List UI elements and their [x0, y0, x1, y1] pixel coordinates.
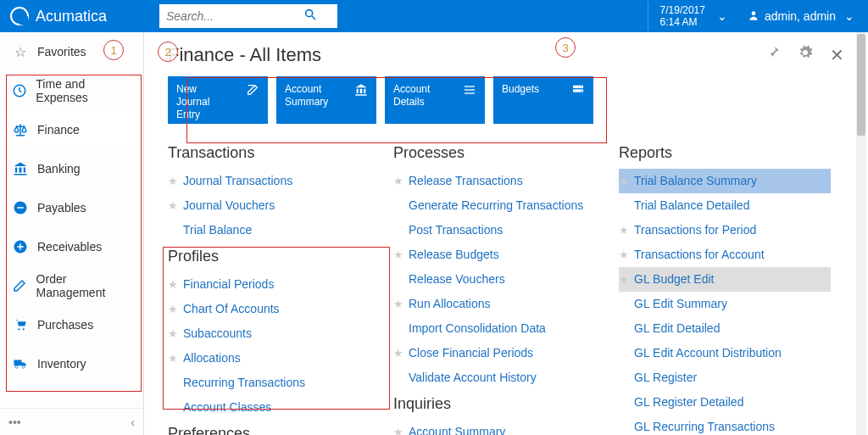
link-item[interactable]: ★Trial Balance Summary [619, 169, 831, 193]
brand-label: Acumatica [36, 8, 107, 25]
link-item[interactable]: ☆Import Consolidation Data [393, 316, 588, 341]
scrollbar[interactable] [856, 32, 866, 435]
star-icon[interactable]: ★ [168, 301, 181, 318]
sidebar-item-label: Receivables [37, 240, 102, 254]
plus-circle-icon [10, 239, 31, 254]
bank-icon [354, 83, 368, 117]
page-title: Finance - All Items [168, 44, 321, 66]
sidebar-item-label: Inventory [37, 357, 86, 371]
link-label: Release Budgets [409, 246, 499, 264]
link-item[interactable]: ★Release Transactions [393, 169, 588, 193]
link-item[interactable]: ★Transactions for Period [619, 218, 831, 243]
star-icon[interactable]: ★ [619, 247, 632, 264]
link-label: Journal Vouchers [183, 197, 275, 215]
sidebar-item-banking[interactable]: Banking [0, 149, 143, 188]
star-icon[interactable]: ★ [168, 350, 181, 367]
gear-icon[interactable] [798, 45, 813, 65]
star-icon[interactable]: ★ [168, 173, 181, 190]
section-processes: Processes [393, 144, 588, 162]
link-label: Close Financial Periods [409, 344, 533, 362]
link-item[interactable]: ★Financial Periods [168, 272, 363, 297]
tile-account-summary[interactable]: Account Summary [276, 76, 376, 124]
search-icon[interactable] [303, 8, 317, 25]
server-icon [571, 83, 585, 117]
link-label: Validate Account History [409, 369, 537, 387]
svg-rect-8 [19, 243, 21, 250]
brand[interactable]: Acumatica [0, 7, 144, 25]
sidebar-item-favorites[interactable]: ☆ Favorites [0, 32, 143, 71]
link-label: Transactions for Account [634, 246, 765, 264]
svg-rect-5 [17, 207, 24, 209]
link-label: GL Recurring Transactions [634, 418, 775, 435]
link-item[interactable]: ★Chart Of Accounts [168, 297, 363, 321]
sidebar-item-payables[interactable]: Payables [0, 188, 143, 227]
star-icon[interactable]: ★ [168, 276, 181, 293]
search-box[interactable] [159, 4, 337, 28]
link-label: Release Vouchers [409, 270, 505, 288]
sidebar-item-inventory[interactable]: Inventory [0, 344, 143, 383]
sidebar-item-label: Payables [37, 201, 86, 215]
link-label: Financial Periods [183, 276, 274, 293]
star-icon[interactable]: ★ [619, 222, 632, 239]
link-item[interactable]: ☆GL Edit Summary [619, 292, 831, 316]
star-icon[interactable]: ★ [393, 296, 407, 313]
link-item[interactable]: ☆Trial Balance Detailed [619, 193, 831, 218]
section-inquiries: Inquiries [393, 395, 588, 413]
svg-point-18 [581, 86, 581, 87]
link-item[interactable]: ☆GL Register Detailed [619, 390, 831, 415]
link-item[interactable]: ☆Post Transactions [393, 218, 588, 243]
link-item[interactable]: ☆Account Classes [168, 395, 363, 420]
link-item[interactable]: ★Subaccounts [168, 321, 363, 346]
sidebar-item-order-mgmt[interactable]: Order Management [0, 266, 143, 305]
scrollbar-thumb[interactable] [857, 34, 865, 136]
user-menu[interactable]: admin, admin ⌄ [739, 9, 868, 24]
star-icon[interactable]: ★ [168, 198, 181, 215]
edit-icon [10, 278, 30, 293]
link-item[interactable]: ★Journal Vouchers [168, 193, 363, 218]
link-item[interactable]: ★Account Summary [393, 420, 588, 435]
star-icon[interactable]: ★ [393, 424, 407, 435]
svg-point-2 [752, 11, 756, 15]
link-item[interactable]: ★GL Budget Edit [619, 267, 831, 292]
pin-icon[interactable] [767, 45, 781, 65]
link-item[interactable]: ☆Release Vouchers [393, 267, 588, 292]
business-date[interactable]: 7/19/2017 6:14 AM ⌄ [648, 2, 739, 31]
cart-icon [10, 317, 31, 332]
section-transactions: Transactions [168, 144, 363, 162]
sidebar-item-time-expenses[interactable]: Time and Expenses [0, 71, 143, 110]
link-item[interactable]: ★Release Budgets [393, 243, 588, 267]
sidebar-item-receivables[interactable]: Receivables [0, 227, 143, 266]
star-icon[interactable]: ★ [619, 271, 632, 288]
tile-account-details[interactable]: Account Details [385, 76, 485, 124]
link-label: Generate Recurring Transactions [409, 197, 583, 215]
svg-rect-14 [465, 89, 475, 90]
link-label: Import Consolidation Data [409, 320, 546, 337]
link-item[interactable]: ☆GL Edit Account Distribution [619, 341, 831, 365]
collapse-icon[interactable]: ‹ [131, 415, 135, 429]
more-icon[interactable]: ••• [8, 415, 21, 429]
link-item[interactable]: ☆Generate Recurring Transactions [393, 193, 588, 218]
tile-label: Account Details [393, 83, 430, 117]
link-item[interactable]: ☆GL Recurring Transactions [619, 415, 831, 435]
link-item[interactable]: ☆Validate Account History [393, 365, 588, 390]
search-input[interactable] [159, 9, 303, 23]
link-item[interactable]: ☆Recurring Transactions [168, 371, 363, 395]
link-item[interactable]: ☆Trial Balance [168, 218, 363, 243]
star-icon[interactable]: ★ [393, 345, 407, 362]
link-item[interactable]: ☆GL Edit Detailed [619, 316, 831, 341]
link-item[interactable]: ★Close Financial Periods [393, 341, 588, 365]
sidebar-item-finance[interactable]: Finance [0, 110, 143, 149]
sidebar-item-purchases[interactable]: Purchases [0, 305, 143, 344]
star-icon[interactable]: ★ [393, 247, 407, 264]
star-icon[interactable]: ★ [393, 173, 407, 190]
link-item[interactable]: ★Transactions for Account [619, 243, 831, 267]
link-item[interactable]: ★Journal Transactions [168, 169, 363, 193]
tile-new-journal-entry[interactable]: New Journal Entry [168, 76, 268, 124]
tile-budgets[interactable]: Budgets [493, 76, 593, 124]
star-icon[interactable]: ★ [619, 173, 632, 190]
link-item[interactable]: ★Run Allocations [393, 292, 588, 316]
close-icon[interactable]: ✕ [830, 45, 844, 65]
link-item[interactable]: ☆GL Register [619, 365, 831, 390]
star-icon[interactable]: ★ [168, 326, 181, 343]
link-item[interactable]: ★Allocations [168, 346, 363, 371]
